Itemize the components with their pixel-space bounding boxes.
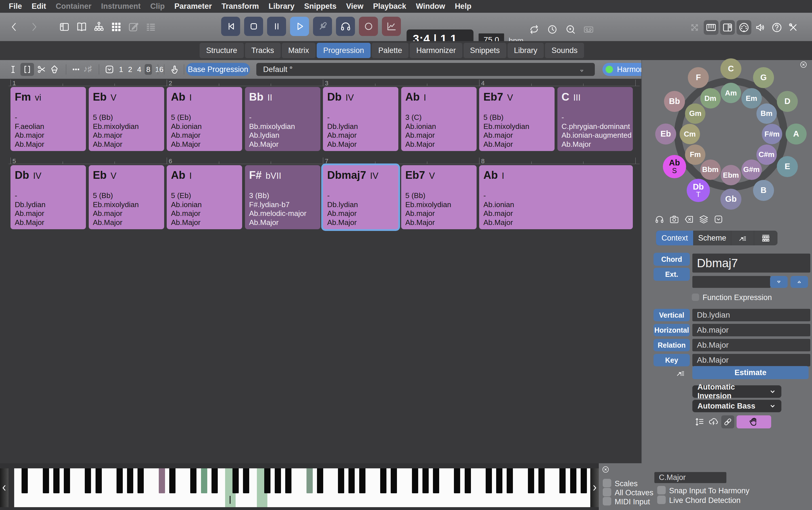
vertical-label-button[interactable]: Vertical: [654, 309, 690, 321]
dropdown-automatic-inversion[interactable]: Automatic Inversion: [692, 385, 781, 398]
chord-cell-fm[interactable]: Fmvi-F.aeolianAb.majorAb.Major: [10, 87, 86, 151]
chord-cell-ab[interactable]: AbI-Ab.ionianAb.majorAb.Major: [479, 165, 633, 229]
ibeam-tool[interactable]: [6, 63, 20, 76]
black-key[interactable]: [138, 468, 144, 493]
key-node-eb[interactable]: Eb: [655, 123, 676, 145]
black-key[interactable]: [559, 468, 566, 493]
menu-item-view[interactable]: View: [341, 2, 368, 11]
black-key[interactable]: [359, 468, 366, 493]
black-key[interactable]: [43, 468, 49, 493]
tools-button[interactable]: [786, 20, 801, 35]
black-key[interactable]: [570, 468, 576, 493]
menu-item-library[interactable]: Library: [264, 2, 299, 11]
key-node-e[interactable]: E: [777, 156, 798, 177]
note-sharp-icon[interactable]: ♪♯: [83, 64, 92, 74]
black-key[interactable]: [348, 468, 355, 493]
ext-label-button[interactable]: Ext.: [654, 268, 690, 281]
preset-dropdown[interactable]: Default °: [256, 63, 595, 76]
chord-cell-ab[interactable]: AbI5 (Eb)Ab.ionianAb.majorAb.Major: [167, 87, 242, 151]
chord-cell-dbmaj7[interactable]: Dbmaj7IV-Db.lydianAb.majorAb.Major: [323, 165, 398, 229]
key-node-b[interactable]: B: [753, 180, 774, 201]
tree-button[interactable]: [93, 20, 105, 34]
tab-library[interactable]: Library: [508, 43, 544, 58]
key-node-bm[interactable]: Bm: [756, 103, 777, 124]
key-node-db[interactable]: DbT: [687, 179, 710, 202]
key-node-f[interactable]: F: [688, 67, 709, 88]
black-key[interactable]: [486, 468, 492, 493]
black-key[interactable]: [275, 468, 281, 493]
chord-cell-db[interactable]: DbIV-Db.lydianAb.majorAb.Major: [10, 165, 86, 229]
chevron-left-button[interactable]: [8, 21, 20, 33]
black-key[interactable]: [159, 468, 165, 493]
midi-din-button[interactable]: [736, 20, 751, 35]
camera-button[interactable]: [669, 214, 680, 226]
chord-cell-eb[interactable]: EbV5 (Bb)Eb.mixolydianAb.majorAb.Major: [89, 165, 164, 229]
key-node-g#m[interactable]: G#m: [742, 159, 762, 180]
grid-value-4[interactable]: 4: [136, 64, 143, 75]
eraser-tool[interactable]: [48, 63, 61, 76]
layers-button[interactable]: [699, 214, 710, 226]
vertical-value-field[interactable]: Db.lydian: [692, 309, 810, 321]
black-key[interactable]: [201, 468, 207, 493]
checkbox-live-chord-detection[interactable]: [657, 496, 666, 504]
black-key[interactable]: [338, 468, 344, 493]
checkbox-chevron-button[interactable]: [713, 214, 725, 226]
stop-button[interactable]: [244, 17, 263, 36]
black-key[interactable]: [496, 468, 502, 493]
key-node-g[interactable]: G: [753, 67, 774, 88]
black-key[interactable]: [391, 468, 397, 493]
panel-close-button[interactable]: [800, 61, 808, 69]
key-node-dm[interactable]: Dm: [700, 88, 721, 109]
key-node-f#m[interactable]: F#m: [762, 124, 782, 144]
key-node-am[interactable]: Am: [721, 83, 741, 103]
hand-point-tool[interactable]: [168, 63, 181, 76]
tape-button[interactable]: [582, 22, 595, 37]
black-key[interactable]: [317, 468, 323, 493]
menu-item-snippets[interactable]: Snippets: [299, 2, 341, 11]
expand-button[interactable]: [687, 20, 702, 35]
black-key[interactable]: [22, 468, 28, 493]
black-key[interactable]: [243, 468, 249, 493]
tab-palette[interactable]: Palette: [372, 43, 409, 58]
black-key[interactable]: [539, 468, 545, 493]
table-tab-button[interactable]: [754, 231, 777, 245]
relation-value-field[interactable]: Ab.Major: [692, 339, 810, 351]
black-key[interactable]: [64, 468, 70, 493]
skip-start-button[interactable]: [221, 17, 240, 36]
sort-button[interactable]: [693, 415, 706, 428]
chord-label-button[interactable]: Chord: [654, 253, 690, 266]
tab-context[interactable]: Context: [656, 231, 694, 245]
chord-cell-ab[interactable]: AbI3 (C)Ab.ionianAb.majorAb.Major: [401, 87, 476, 151]
key-node-gm[interactable]: Gm: [685, 103, 705, 124]
clock-button[interactable]: [546, 22, 558, 37]
black-key[interactable]: [53, 468, 60, 493]
chord-cell-eb7[interactable]: Eb7V5 (Bb)Eb.mixolydianAb.majorAb.Major: [479, 87, 555, 151]
chain-button[interactable]: [721, 415, 734, 428]
rack-button[interactable]: [720, 20, 735, 35]
menu-item-transform[interactable]: Transform: [216, 2, 264, 11]
tab-scheme[interactable]: Scheme: [694, 231, 731, 245]
tab-tracks[interactable]: Tracks: [245, 43, 281, 58]
key-node-cm[interactable]: Cm: [679, 124, 700, 144]
automation-button[interactable]: [382, 17, 401, 36]
pause-button[interactable]: [267, 17, 286, 36]
dots-tool[interactable]: [69, 63, 83, 76]
help-button[interactable]: [770, 20, 784, 35]
piano-button[interactable]: [704, 20, 719, 35]
black-key[interactable]: [190, 468, 197, 493]
black-key[interactable]: [232, 468, 239, 493]
chord-cell-db[interactable]: DbIV-Db.lydianAb.majorAb.Major: [323, 87, 398, 151]
chord-cell-f#[interactable]: F#bVII3 (Bb)F#.lydian-b7Ab.melodic-major…: [245, 165, 320, 229]
tab-snippets[interactable]: Snippets: [464, 43, 506, 58]
key-node-c#m[interactable]: C#m: [756, 145, 777, 165]
key-node-bbm[interactable]: Bbm: [700, 159, 721, 180]
menu-item-help[interactable]: Help: [450, 2, 476, 11]
chord-cell-c[interactable]: CIII-C.phrygian-dominantAb.ionian-augmen…: [557, 87, 633, 151]
chord-value-field[interactable]: Dbmaj7: [692, 253, 810, 273]
loop-button[interactable]: [528, 22, 541, 37]
black-key[interactable]: [285, 468, 291, 493]
scissors-tool[interactable]: [35, 63, 48, 76]
menu-item-playback[interactable]: Playback: [368, 2, 411, 11]
black-key[interactable]: [211, 468, 218, 493]
tab-harmonizer[interactable]: Harmonizer: [410, 43, 462, 58]
